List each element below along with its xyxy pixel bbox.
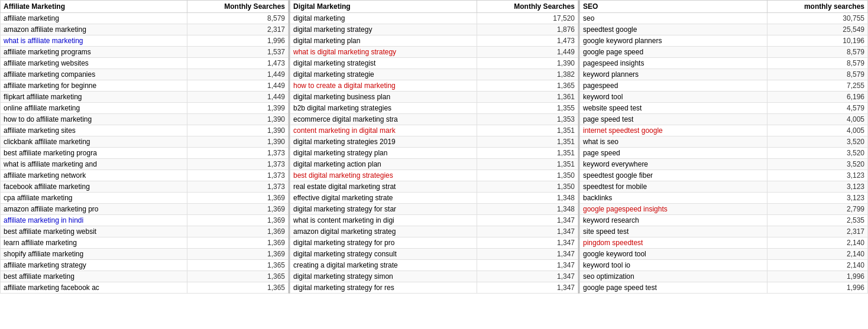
keyword-cell: online affiliate marketing (1, 103, 187, 114)
searches-cell: 1,876 (477, 24, 578, 35)
keyword-cell: speedtest for mobile (580, 181, 767, 193)
searches-cell: 3,123 (767, 181, 867, 193)
keyword-cell: digital marketing action plan (290, 159, 477, 170)
searches-cell: 1,365 (187, 282, 288, 294)
keyword-cell: site speed test (580, 226, 767, 237)
searches-cell: 10,196 (767, 35, 867, 47)
table-row: digital marketing strategy for pro1,347 (290, 237, 578, 249)
table-row: digital marketing strategy1,876 (290, 24, 578, 35)
keyword-cell: page speed test (580, 114, 767, 125)
table-row: content marketing in digital mark1,351 (290, 125, 578, 136)
searches-cell: 2,140 (767, 237, 867, 249)
searches-cell: 3,123 (767, 170, 867, 181)
table-row: what is seo3,520 (580, 136, 868, 148)
table-row: digital marketing plan1,473 (290, 35, 578, 47)
header-keyword-affiliate: Affiliate Marketing (1, 1, 187, 13)
keyword-cell: affiliate marketing programs (1, 47, 187, 58)
table-row: digital marketing strategie1,382 (290, 69, 578, 80)
searches-cell: 1,373 (187, 170, 288, 181)
searches-cell: 3,123 (767, 193, 867, 204)
table-affiliate: Affiliate MarketingMonthly Searchesaffil… (0, 0, 289, 294)
table-row: affiliate marketing in hindi1,369 (1, 215, 289, 226)
searches-cell: 7,255 (767, 80, 867, 92)
header-searches-affiliate: Monthly Searches (187, 1, 288, 13)
table-row: keyword planners8,579 (580, 69, 868, 80)
keyword-cell: digital marketing strategy for res (290, 282, 477, 294)
keyword-cell: keyword tool io (580, 260, 767, 271)
keyword-cell: google page speed test (580, 282, 767, 294)
table-row: website speed test4,579 (580, 103, 868, 114)
table-row: what is digital marketing strategy1,449 (290, 47, 578, 58)
table-row: cpa affiliate marketing1,369 (1, 193, 289, 204)
searches-cell: 1,390 (187, 114, 288, 125)
keyword-cell: google page speed (580, 47, 767, 58)
searches-cell: 1,996 (767, 271, 867, 282)
table-row: learn affiliate marketing1,369 (1, 237, 289, 249)
keyword-cell: real estate digital marketing strat (290, 181, 477, 193)
keyword-cell: affiliate marketing in hindi (1, 215, 187, 226)
table-row: keyword tool io2,140 (580, 260, 868, 271)
searches-cell: 1,449 (187, 92, 288, 103)
table-row: creating a digital marketing strate1,347 (290, 260, 578, 271)
keyword-cell: speedtest google fiber (580, 170, 767, 181)
table-row: what is affiliate marketing and1,373 (1, 159, 289, 170)
searches-cell: 1,382 (477, 69, 578, 80)
keyword-cell: google keyword tool (580, 249, 767, 260)
table-row: site speed test2,317 (580, 226, 868, 237)
table-row: keyword research2,535 (580, 215, 868, 226)
table-row: digital marketing business plan1,361 (290, 92, 578, 103)
searches-cell: 3,520 (767, 159, 867, 170)
table-row: ecommerce digital marketing stra1,353 (290, 114, 578, 125)
searches-cell: 1,348 (477, 204, 578, 215)
keyword-cell: what is content marketing in digi (290, 215, 477, 226)
searches-cell: 1,347 (477, 271, 578, 282)
searches-cell: 1,537 (187, 47, 288, 58)
table-digital: Digital MarketingMonthly Searchesdigital… (290, 0, 578, 294)
keyword-cell: b2b digital marketing strategies (290, 103, 477, 114)
keyword-cell: best digital marketing strategies (290, 170, 477, 181)
keyword-cell: effective digital marketing strate (290, 193, 477, 204)
keyword-cell: affiliate marketing sites (1, 125, 187, 136)
keyword-cell: digital marketing strategy simon (290, 271, 477, 282)
searches-cell: 2,140 (767, 260, 867, 271)
table-row: speedtest google fiber3,123 (580, 170, 868, 181)
keyword-cell: how to create a digital marketing (290, 80, 477, 92)
searches-cell: 1,361 (477, 92, 578, 103)
table-row: amazon affiliate marketing2,317 (1, 24, 289, 35)
keyword-cell: learn affiliate marketing (1, 237, 187, 249)
table-seo: SEOmonthly searchesseo30,755speedtest go… (579, 0, 868, 294)
searches-cell: 1,347 (477, 282, 578, 294)
table-row: speedtest google25,549 (580, 24, 868, 35)
table-row: best affiliate marketing websit1,369 (1, 226, 289, 237)
searches-cell: 1,449 (477, 47, 578, 58)
table-row: affiliate marketing strategy1,365 (1, 260, 289, 271)
table-row: digital marketing strategy for star1,348 (290, 204, 578, 215)
table-row: google pagespeed insights2,799 (580, 204, 868, 215)
keyword-cell: what is affiliate marketing (1, 35, 187, 47)
table-row: pingdom speedtest2,140 (580, 237, 868, 249)
keyword-cell: creating a digital marketing strate (290, 260, 477, 271)
searches-cell: 1,373 (187, 159, 288, 170)
table-row: flipkart affiliate marketing1,449 (1, 92, 289, 103)
keyword-cell: affiliate marketing strategy (1, 260, 187, 271)
table-row: shopify affiliate marketing1,369 (1, 249, 289, 260)
searches-cell: 1,351 (477, 148, 578, 159)
header-keyword-seo: SEO (580, 1, 767, 13)
table-row: digital marketing strategy simon1,347 (290, 271, 578, 282)
searches-cell: 2,317 (767, 226, 867, 237)
table-row: digital marketing strategy for res1,347 (290, 282, 578, 294)
searches-cell: 8,579 (767, 69, 867, 80)
keyword-cell: digital marketing strategist (290, 58, 477, 69)
keyword-cell: keyword research (580, 215, 767, 226)
table-row: affiliate marketing for beginne1,449 (1, 80, 289, 92)
keyword-cell: digital marketing strategy plan (290, 148, 477, 159)
searches-cell: 1,996 (767, 282, 867, 294)
keyword-cell: affiliate marketing for beginne (1, 80, 187, 92)
table-row: digital marketing17,520 (290, 13, 578, 24)
keyword-cell: affiliate marketing companies (1, 69, 187, 80)
keyword-cell: keyword tool (580, 92, 767, 103)
table-row: google page speed test1,996 (580, 282, 868, 294)
searches-cell: 4,005 (767, 125, 867, 136)
searches-cell: 1,351 (477, 136, 578, 148)
searches-cell: 1,353 (477, 114, 578, 125)
